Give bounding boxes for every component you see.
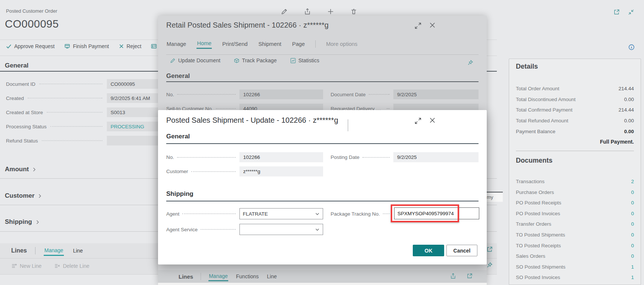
details-heading: Details — [516, 63, 538, 71]
close-icon[interactable] — [429, 22, 436, 29]
ok-button[interactable]: OK — [413, 245, 444, 256]
modal1-tab-print-send[interactable]: Print/Send — [222, 40, 248, 48]
open-in-excel-icon[interactable] — [467, 273, 473, 279]
new-line-icon — [11, 263, 17, 269]
full-payment-note: Full Payment. — [516, 139, 634, 145]
doc-row-sales-orders[interactable]: Sales Orders 0 — [516, 252, 634, 260]
modal2-field-no-value[interactable]: 102266 — [239, 152, 323, 162]
expand-icon[interactable] — [415, 118, 421, 124]
record-action-icons — [281, 8, 357, 15]
open-in-new-window-icon[interactable] — [613, 9, 620, 15]
modal1-tab-manage[interactable]: Manage — [166, 40, 186, 48]
approve-request-button[interactable]: Approve Request — [6, 43, 55, 49]
agent-service-combobox[interactable] — [239, 224, 323, 235]
detail-row-total-discontinued: Total Discontinued Amount 0.00 — [516, 95, 634, 103]
modal2-title: Posted Sales Shipment - Update - 102266 … — [166, 116, 338, 125]
pin-icon[interactable] — [467, 60, 473, 66]
delete-line-button[interactable]: Delete Line — [54, 263, 89, 269]
pin-icon[interactable] — [486, 262, 493, 268]
doc-row-so-posted-invoices[interactable]: SO Posted Invoices 1 — [516, 273, 634, 281]
modal1-field-no: No. 102266 — [166, 90, 323, 99]
focus-caret — [348, 119, 348, 131]
chevron-right-icon — [37, 194, 42, 198]
update-document-button[interactable]: Update Document — [170, 57, 220, 63]
bg-lines-tab-manage[interactable]: Manage — [44, 246, 64, 256]
contact-card-icon — [151, 43, 157, 49]
factbox-panel — [509, 59, 641, 285]
delete-line-icon — [54, 263, 60, 269]
reject-button[interactable]: Reject — [119, 43, 142, 49]
modal1-tab-shipment[interactable]: Shipment — [258, 40, 282, 48]
modal1-lines-tab-functions[interactable]: Functions — [236, 272, 259, 281]
finish-payment-button[interactable]: Finish Payment — [64, 43, 109, 49]
doc-row-so-posted-shipments[interactable]: SO Posted Shipments 1 — [516, 263, 634, 270]
add-icon[interactable] — [327, 8, 334, 15]
bg-lines-title: Lines — [11, 247, 27, 254]
modal2-field-agent-service: Agent Service — [166, 224, 323, 235]
package-icon — [234, 58, 239, 63]
modal2-general-heading: General — [166, 133, 190, 140]
detail-row-total-order-amount: Total Order Amount 214.44 — [516, 85, 634, 92]
detail-row-total-refunded: Total Refunded Amount 0.00 — [516, 117, 634, 124]
bg-clipped-combobox-fragment: my — [486, 192, 503, 202]
share-icon[interactable] — [304, 8, 311, 15]
section-shipping[interactable]: Shipping — [5, 218, 40, 226]
modal1-lines-tab-line[interactable]: Line — [266, 272, 277, 281]
doc-row-to-posted-receipts[interactable]: TO Posted Receipts 0 — [516, 242, 634, 249]
edit-pencil-icon[interactable] — [281, 8, 288, 15]
package-tracking-input[interactable] — [394, 207, 479, 219]
doc-row-transactions[interactable]: Transactions 2 — [516, 178, 634, 185]
modal1-more-options[interactable]: More options — [326, 40, 358, 48]
statistics-chart-icon — [290, 58, 296, 63]
delete-trash-icon[interactable] — [350, 8, 357, 15]
modal1-lines-title: Lines — [179, 273, 193, 280]
check-icon — [6, 44, 12, 49]
doc-row-to-posted-shipments[interactable]: TO Posted Shipments 0 — [516, 231, 634, 238]
modal1-title: Retail Posted Sales Shipment - 102266 · … — [166, 21, 329, 29]
doc-row-po-posted-invoices[interactable]: PO Posted Invoices 0 — [516, 210, 634, 217]
statistics-button[interactable]: Statistics — [290, 57, 319, 63]
modal1-field-no-value[interactable]: 102266 — [239, 90, 323, 99]
share-icon[interactable] — [450, 273, 456, 279]
new-line-button[interactable]: New Line — [11, 263, 41, 269]
modal2-field-tracking-label: Package Tracking No. — [331, 208, 393, 219]
agent-combobox[interactable]: FLATRATE — [239, 208, 323, 219]
pencil-icon — [170, 58, 176, 63]
modal1-tab-home[interactable]: Home — [196, 39, 212, 49]
window-controls — [613, 9, 634, 15]
expand-icon[interactable] — [415, 22, 421, 29]
sidebar-divider — [516, 151, 634, 151]
modal2-field-posting-date-value[interactable]: 9/2/2025 — [393, 152, 479, 162]
chevron-right-icon — [35, 220, 40, 225]
cancel-button[interactable]: Cancel — [446, 245, 477, 256]
chevron-right-icon — [32, 167, 37, 172]
modal1-general-heading: General — [166, 72, 190, 80]
bg-lines-tab-line[interactable]: Line — [72, 246, 83, 255]
page-caption: Posted Customer Order — [6, 8, 57, 14]
info-icon[interactable] — [628, 44, 635, 50]
modal2-shipping-heading: Shipping — [166, 190, 193, 198]
x-icon — [119, 44, 124, 49]
modal2-field-posting-date: Posting Date 9/2/2025 — [331, 152, 479, 162]
modal1-tab-page[interactable]: Page — [292, 40, 305, 48]
modal-posted-sales-shipment-update: Posted Sales Shipment - Update - 102266 … — [158, 110, 487, 264]
modal2-field-agent: Agent FLATRATE — [166, 208, 323, 219]
close-icon[interactable] — [429, 117, 436, 124]
resize-collapse-icon[interactable] — [628, 9, 634, 15]
chevron-down-icon — [315, 212, 320, 216]
track-package-button[interactable]: Track Package — [234, 57, 277, 63]
modal1-field-document-date: Document Date 9/2/2025 — [331, 90, 479, 99]
modal1-field-document-date-value[interactable]: 9/2/2025 — [393, 90, 479, 99]
doc-row-purchase-orders[interactable]: Purchase Orders 0 — [516, 188, 634, 196]
modal1-lines-tab-manage[interactable]: Manage — [208, 272, 228, 281]
doc-row-transfer-orders[interactable]: Transfer Orders 0 — [516, 220, 634, 228]
open-in-excel-icon[interactable] — [486, 246, 493, 253]
page-title: CO000095 — [5, 18, 59, 30]
modal2-field-customer-value[interactable]: z******g — [239, 166, 323, 176]
section-customer[interactable]: Customer — [5, 192, 42, 200]
section-amount[interactable]: Amount — [5, 166, 37, 173]
detail-row-payment-balance: Payment Balance 0.00 — [516, 128, 634, 135]
bg-general-heading: General — [5, 62, 28, 69]
payment-card-icon — [64, 43, 70, 49]
doc-row-po-posted-receipts[interactable]: PO Posted Receipts 0 — [516, 199, 634, 206]
